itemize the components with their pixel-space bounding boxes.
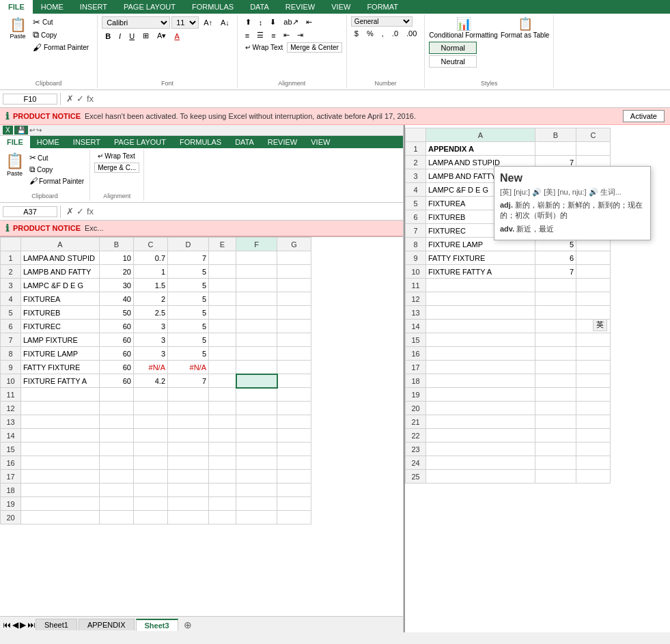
win2-tab-page-layout[interactable]: PAGE LAYOUT: [107, 136, 173, 148]
sheet-tab-appendix[interactable]: APPENDIX: [79, 619, 135, 630]
font-color-button[interactable]: A: [171, 31, 182, 42]
cell-e4[interactable]: [209, 292, 236, 306]
cell-c10[interactable]: 4.2: [134, 374, 168, 388]
format-as-table-btn[interactable]: 📋 Format as Table: [501, 16, 550, 39]
cut-button[interactable]: ✂ Cut: [30, 16, 92, 28]
border-button[interactable]: ⊞: [139, 30, 152, 42]
normal-style[interactable]: Normal: [429, 42, 477, 54]
align-bottom-btn[interactable]: ⬇: [266, 16, 279, 28]
tab-view[interactable]: VIEW: [323, 0, 359, 14]
tab-formulas[interactable]: FORMULAS: [184, 0, 242, 14]
appendix-a9[interactable]: FATTY FIXTURE: [426, 251, 535, 265]
cell-g6[interactable]: [277, 320, 311, 333]
col-header-g[interactable]: G: [277, 238, 311, 251]
cell-d6[interactable]: 5: [168, 320, 209, 333]
win2-cancel-icon[interactable]: ✗: [66, 206, 74, 216]
percent-btn[interactable]: %: [363, 28, 377, 39]
cell-g10[interactable]: [277, 374, 311, 388]
cancel-formula-icon[interactable]: ✗: [66, 94, 74, 104]
tab-review[interactable]: REVIEW: [277, 0, 323, 14]
cell-b1[interactable]: 10: [100, 251, 134, 265]
col-header-b[interactable]: B: [100, 238, 134, 251]
decrease-indent-btn[interactable]: ⇤: [280, 29, 293, 41]
cell-b7[interactable]: 60: [100, 333, 134, 347]
appendix-b10[interactable]: 7: [535, 265, 576, 279]
sheet-next-btn[interactable]: ▶: [20, 620, 26, 630]
col-header-e[interactable]: E: [209, 238, 236, 251]
cell-d5[interactable]: 5: [168, 306, 209, 320]
cell-f6[interactable]: [236, 320, 277, 333]
appendix-a10[interactable]: FIXTURE FATTY A: [426, 265, 535, 279]
align-middle-btn[interactable]: ↕: [255, 16, 266, 28]
paste-button[interactable]: 📋 Paste: [4, 16, 29, 41]
cell-f9[interactable]: [236, 361, 277, 374]
cell-d8[interactable]: 5: [168, 347, 209, 361]
align-left-btn[interactable]: ≡: [242, 29, 253, 41]
cell-a7[interactable]: LAMP FIXTURE: [21, 333, 100, 347]
appendix-c9[interactable]: [576, 251, 611, 265]
win2-copy-btn[interactable]: ⧉ Copy: [28, 164, 85, 175]
sheet-tab-sheet1[interactable]: Sheet1: [36, 619, 77, 630]
increase-indent-btn[interactable]: ⇥: [294, 29, 307, 41]
redo-icon[interactable]: ↪: [36, 126, 42, 134]
fill-color-button[interactable]: A▾: [154, 30, 169, 42]
cell-d9[interactable]: #N/A: [168, 361, 209, 374]
cell-b4[interactable]: 40: [100, 292, 134, 306]
tab-insert[interactable]: INSERT: [72, 0, 115, 14]
cell-a6[interactable]: FIXTUREC: [21, 320, 100, 333]
cell-b3[interactable]: 30: [100, 279, 134, 292]
cell-a4[interactable]: FIXTUREA: [21, 292, 100, 306]
win2-tab-formulas[interactable]: FORMULAS: [173, 136, 228, 148]
win2-cell-ref-input[interactable]: [3, 206, 57, 217]
win2-tab-view[interactable]: VIEW: [304, 136, 337, 148]
tooltip-speaker-en-icon[interactable]: 🔊: [532, 188, 542, 196]
cell-g1[interactable]: [277, 251, 311, 265]
merge-center-btn[interactable]: Merge & Center: [287, 42, 342, 53]
currency-btn[interactable]: $: [351, 28, 362, 39]
orientation-btn[interactable]: ab↗: [280, 16, 301, 28]
win2-tab-file[interactable]: FILE: [0, 136, 30, 148]
cell-d1[interactable]: 7: [168, 251, 209, 265]
appendix-b1[interactable]: [535, 142, 576, 156]
font-size-select[interactable]: 11: [171, 16, 199, 29]
cell-e9[interactable]: [209, 361, 236, 374]
cell-e5[interactable]: [209, 306, 236, 320]
cell-c8[interactable]: 3: [134, 347, 168, 361]
align-center-btn[interactable]: ☰: [253, 29, 267, 41]
activate-button-1[interactable]: Activate: [623, 110, 665, 122]
cell-b5[interactable]: 50: [100, 306, 134, 320]
cell-b6[interactable]: 60: [100, 320, 134, 333]
cell-a5[interactable]: FIXTUREB: [21, 306, 100, 320]
tab-data[interactable]: DATA: [242, 0, 277, 14]
cell-ref-input[interactable]: [3, 94, 57, 104]
cell-g4[interactable]: [277, 292, 311, 306]
align-right-btn[interactable]: ≡: [268, 29, 279, 41]
cell-e6[interactable]: [209, 320, 236, 333]
cell-b2[interactable]: 20: [100, 265, 134, 279]
cell-a10[interactable]: FIXTURE FATTY A: [21, 374, 100, 388]
cell-f1[interactable]: [236, 251, 277, 265]
decrease-decimal-btn[interactable]: .0: [389, 28, 402, 39]
cell-a8[interactable]: FIXTURE LAMP: [21, 347, 100, 361]
cell-a9[interactable]: FATTY FIXTURE: [21, 361, 100, 374]
cell-a3[interactable]: LAMPC &F D E G: [21, 279, 100, 292]
col-header-a[interactable]: A: [21, 238, 100, 251]
sheet-tab-sheet3[interactable]: Sheet3: [136, 619, 178, 631]
tooltip-more-icon[interactable]: 生词...: [600, 188, 622, 196]
sheet-prev-btn[interactable]: ◀: [12, 620, 18, 630]
cell-g7[interactable]: [277, 333, 311, 347]
cell-e2[interactable]: [209, 265, 236, 279]
win2-wrap-text-btn[interactable]: ↵ Wrap Text: [94, 151, 139, 161]
cell-d4[interactable]: 5: [168, 292, 209, 306]
tab-page-layout[interactable]: PAGE LAYOUT: [115, 0, 184, 14]
cell-f5[interactable]: [236, 306, 277, 320]
cell-e1[interactable]: [209, 251, 236, 265]
col-header-f[interactable]: F: [236, 238, 277, 251]
number-format-select[interactable]: General: [351, 16, 413, 27]
cell-f7[interactable]: [236, 333, 277, 347]
tab-file[interactable]: FILE: [0, 0, 33, 14]
cell-g9[interactable]: [277, 361, 311, 374]
italic-button[interactable]: I: [115, 31, 124, 42]
win2-cut-btn[interactable]: ✂ Cut: [28, 152, 85, 163]
col-header-d[interactable]: D: [168, 238, 209, 251]
